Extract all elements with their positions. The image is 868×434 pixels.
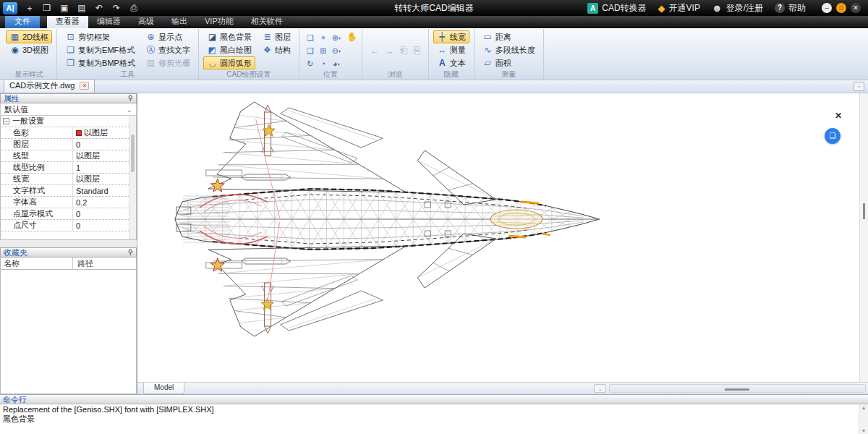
property-value[interactable]: 以图层	[73, 174, 136, 184]
property-row[interactable]: 点显示模式0	[1, 208, 136, 220]
structure-label: 结构	[275, 45, 291, 56]
wireframe-2d-button[interactable]: ▦ 2D线框	[6, 30, 52, 43]
zoom-scale-icon[interactable]: ◕▾	[330, 57, 343, 70]
help-button[interactable]: ? 帮助	[775, 2, 806, 14]
structure-button[interactable]: ❖ 结构	[258, 43, 294, 56]
print-icon[interactable]: ⎙	[125, 3, 142, 13]
copy-bmp-button[interactable]: ❐ 复制为BMP格式	[61, 56, 139, 69]
ribbon-group-tools: ⊡ 剪切框架 ❏ 复制为EMF格式 ❐ 复制为BMP格式 ⊕ 显示点 Ⓐ	[57, 29, 199, 80]
properties-scrollbar[interactable]	[129, 116, 136, 239]
property-row[interactable]: 线宽以图层	[1, 174, 136, 185]
vip-button[interactable]: ◆ 开通VIP	[658, 2, 700, 14]
pan-icon[interactable]: ✋	[346, 32, 357, 42]
command-line-output[interactable]: Replacement of the [Geniso.SHX] font wit…	[0, 404, 868, 434]
hide-measure-button[interactable]: ↔ 测量	[433, 43, 469, 56]
zoom-out-icon[interactable]: ⊖▾	[330, 44, 343, 57]
find-text-label: 查找文字	[158, 45, 190, 56]
drawing-canvas[interactable]: ✕ ❏ Model ⌄	[137, 93, 868, 394]
property-value[interactable]: 以图层	[73, 150, 136, 161]
smooth-arc-button[interactable]: ◡ 圆滑弧形	[203, 56, 255, 69]
scroll-up-icon[interactable]: ▲	[859, 405, 868, 410]
property-value[interactable]: 0	[73, 221, 136, 230]
pin-icon[interactable]: ⚲	[128, 95, 133, 102]
black-background-button[interactable]: ◪ 黑色背景	[203, 30, 255, 43]
bw-drawing-button[interactable]: ◩ 黑白绘图	[203, 43, 255, 56]
view-3d-button[interactable]: ◉ 3D视图	[6, 43, 52, 56]
zoom-window-icon[interactable]: ⌖	[317, 31, 330, 44]
cascade-view-icon[interactable]: ❑	[304, 44, 317, 57]
main-area: 属性 ⚲ 默认值 ⌄ − 一般设置 色彩以图层图层0线型以图层线型比例1线宽以图…	[0, 93, 868, 394]
property-row[interactable]: 图层0	[1, 139, 136, 150]
minimize-button[interactable]: –	[822, 3, 832, 13]
maximize-button[interactable]: ◻	[836, 3, 846, 13]
preset-select[interactable]: 默认值 ⌄	[0, 103, 137, 116]
property-group-row[interactable]: − 一般设置	[1, 116, 136, 127]
property-row[interactable]: 文字样式Standard	[1, 185, 136, 197]
favorites-body[interactable]	[0, 270, 137, 394]
menu-tab-vip[interactable]: VIP功能	[196, 14, 242, 28]
menu-tab-output[interactable]: 输出	[163, 14, 196, 28]
scrollbar-thumb[interactable]	[863, 203, 865, 219]
open-file-icon[interactable]: ❒	[38, 3, 56, 13]
line-width-button[interactable]: ┿ 线宽	[433, 30, 469, 43]
scroll-options-button[interactable]: ⌄	[594, 384, 606, 393]
canvas-vscrollbar[interactable]	[859, 93, 868, 382]
distance-button[interactable]: ▭ 距离	[479, 30, 539, 43]
layers-button[interactable]: ≣ 图层	[258, 30, 294, 43]
canvas-hscrollbar[interactable]	[609, 384, 866, 393]
menu-tab-viewer[interactable]: 查看器	[47, 14, 88, 28]
fit-window-icon[interactable]: ⊞	[317, 44, 330, 57]
property-row[interactable]: 点尺寸0	[1, 220, 136, 231]
layers-label: 图层	[275, 32, 291, 43]
property-value[interactable]: 0.2	[73, 198, 136, 207]
bw-drawing-icon: ◩	[207, 45, 218, 55]
cad-converter-button[interactable]: A CAD转换器	[587, 2, 646, 14]
property-value[interactable]: 0	[73, 140, 136, 149]
property-row[interactable]: 字体高0.2	[1, 197, 136, 208]
collapse-icon[interactable]: −	[3, 118, 9, 124]
rotate-view-icon[interactable]: ↻	[304, 57, 317, 70]
app-logo[interactable]: A|	[3, 2, 17, 14]
show-points-button[interactable]: ⊕ 显示点	[142, 30, 194, 43]
copy-emf-button[interactable]: ❏ 复制为EMF格式	[61, 43, 139, 56]
property-row[interactable]: 色彩以图层	[1, 127, 136, 139]
export-pdf-icon[interactable]: ▤	[73, 3, 90, 13]
model-tab[interactable]: Model	[143, 383, 184, 394]
area-button[interactable]: ▱ 面积	[479, 56, 539, 69]
scroll-down-icon[interactable]: ▼	[859, 428, 868, 433]
find-text-button[interactable]: Ⓐ 查找文字	[142, 43, 194, 56]
canvas-close-icon[interactable]: ✕	[835, 111, 842, 121]
property-row[interactable]: 线型以图层	[1, 150, 136, 162]
property-value[interactable]: 0	[73, 210, 136, 218]
new-file-icon[interactable]: ＋	[21, 2, 38, 14]
login-label: 登录/注册	[726, 2, 763, 14]
refresh-view-icon[interactable]: ◔	[317, 57, 330, 70]
property-value[interactable]: Standard	[73, 187, 136, 195]
menu-tab-related[interactable]: 相关软件	[242, 14, 292, 28]
close-window-button[interactable]: ✕	[851, 3, 861, 13]
tab-list-button[interactable]: ⌄	[854, 82, 864, 91]
document-tab[interactable]: CAD示例文件.dwg ✕	[4, 79, 95, 93]
polyline-length-button[interactable]: ∿ 多段线长度	[479, 43, 539, 56]
menu-file-button[interactable]: 文件	[5, 15, 40, 28]
save-file-icon[interactable]: ▣	[56, 3, 73, 13]
scrollbar-thumb[interactable]	[131, 135, 135, 172]
pin-icon[interactable]: ⚲	[128, 249, 133, 256]
menu-tab-editor[interactable]: 编辑器	[88, 14, 129, 28]
property-row[interactable]: 线型比例1	[1, 162, 136, 174]
property-value[interactable]: 以图层	[73, 127, 136, 138]
property-value[interactable]: 1	[73, 163, 136, 172]
menu-tab-advanced[interactable]: 高级	[129, 14, 163, 28]
scrollbar-thumb[interactable]	[725, 388, 749, 391]
redo-icon[interactable]: ↷	[108, 3, 125, 13]
tab-close-icon[interactable]: ✕	[80, 82, 89, 90]
undo-icon[interactable]: ↶	[90, 3, 108, 13]
hide-text-button[interactable]: A 文本	[433, 56, 469, 69]
clip-frame-button[interactable]: ⊡ 剪切框架	[61, 30, 139, 43]
zoom-in-icon[interactable]: ⊕▾	[330, 31, 343, 44]
previous-view-icon[interactable]: ❏	[304, 31, 317, 44]
cad-drawing[interactable]	[137, 93, 859, 382]
convert-floating-button[interactable]: ❏	[825, 128, 841, 144]
login-button[interactable]: ☻ 登录/注册	[712, 2, 763, 14]
command-scrollbar[interactable]: ▲ ▼	[859, 404, 868, 434]
